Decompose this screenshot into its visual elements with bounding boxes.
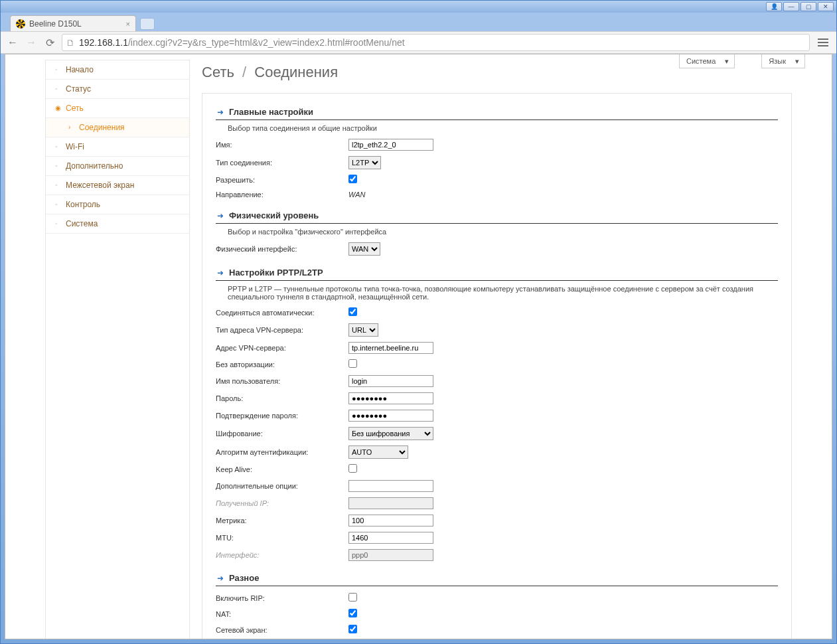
url-path: /index.cgi?v2=y&rs_type=html&v2_view=ind…	[128, 37, 405, 48]
page-viewport[interactable]: Система Язык ◦Начало ◦Статус ◉Сеть ›Соед…	[5, 54, 832, 639]
auth-algorithm-select[interactable]: AUTO	[348, 445, 408, 459]
encryption-select[interactable]: Без шифрования	[348, 427, 433, 440]
field-label: Без авторизации:	[216, 361, 348, 368]
back-button[interactable]: ←	[6, 36, 19, 49]
browser-toolbar: ← → ⟳ 🗋 192.168.1.1/index.cgi?v2=y&rs_ty…	[1, 31, 836, 54]
extra-options-input[interactable]	[348, 480, 433, 492]
bullet-icon: ◦	[55, 144, 60, 149]
field-label: Шифрование:	[216, 430, 348, 438]
physical-interface-select[interactable]: WAN	[348, 242, 380, 256]
sidebar-label: Межсетевой экран	[66, 181, 134, 190]
bullet-icon: ◦	[55, 67, 60, 72]
field-label: Имя:	[216, 141, 348, 149]
sidebar-label: Контроль	[66, 200, 100, 209]
field-label: Сетевой экран:	[216, 626, 348, 634]
field-label: Полученный IP:	[216, 499, 348, 507]
reload-button[interactable]: ⟳	[43, 36, 56, 49]
sidebar-item-home[interactable]: ◦Начало	[46, 60, 189, 80]
breadcrumb-separator: /	[242, 64, 246, 80]
field-label: Адрес VPN-сервера:	[216, 344, 348, 352]
sidebar-label: Сеть	[66, 104, 84, 113]
sidebar-item-firewall[interactable]: ◦Межсетевой экран	[46, 176, 189, 195]
section-description: Выбор типа соединения и общие настройки	[216, 120, 778, 136]
password-input[interactable]	[348, 392, 433, 404]
sidebar-item-connections[interactable]: ›Соединения	[46, 118, 189, 137]
tab-close-icon[interactable]: ×	[126, 20, 130, 28]
section-icon: ➜	[217, 574, 224, 583]
field-label: NAT:	[216, 610, 348, 618]
section-icon: ➜	[217, 211, 224, 220]
vpn-address-input[interactable]	[348, 342, 433, 354]
bullet-icon: ◦	[55, 163, 60, 169]
window-user-icon[interactable]: 👤	[766, 2, 782, 11]
field-label: Подтверждение пароля:	[216, 412, 348, 420]
allow-checkbox[interactable]	[348, 175, 357, 183]
section-label: Главные настройки	[229, 107, 313, 117]
system-dropdown[interactable]: Система	[679, 54, 735, 68]
username-input[interactable]	[348, 375, 433, 387]
autoconnect-checkbox[interactable]	[348, 307, 357, 316]
bullet-icon: ◦	[55, 221, 60, 226]
sidebar-item-wifi[interactable]: ◦Wi-Fi	[46, 137, 189, 157]
breadcrumb-part: Сеть	[202, 64, 234, 80]
url-host: 192.168.1.1	[79, 37, 128, 48]
sidebar-label: Дополнительно	[66, 161, 123, 171]
keepalive-checkbox[interactable]	[348, 464, 357, 473]
address-bar[interactable]: 🗋 192.168.1.1/index.cgi?v2=y&rs_type=htm…	[62, 34, 810, 51]
section-pptp-title: ➜ Настройки PPTP/L2TP	[216, 265, 778, 281]
section-misc-title: ➜ Разное	[216, 570, 778, 586]
content-area: Сеть / Соединения ➜ Главные настройки Вы…	[202, 60, 792, 639]
browser-menu-button[interactable]	[815, 35, 831, 50]
rip-checkbox[interactable]	[348, 593, 357, 602]
section-main-title: ➜ Главные настройки	[216, 104, 778, 120]
page-info-icon[interactable]: 🗋	[66, 38, 75, 48]
new-tab-button[interactable]	[140, 18, 155, 30]
sidebar-item-system[interactable]: ◦Система	[46, 214, 189, 234]
mtu-input[interactable]	[348, 532, 433, 544]
connection-type-select[interactable]: L2TP	[348, 156, 381, 169]
field-label: Имя пользователя:	[216, 377, 348, 385]
window-close-button[interactable]: ✕	[818, 2, 834, 11]
browser-tab[interactable]: Beeline D150L ×	[10, 15, 136, 31]
direction-value: WAN	[348, 191, 365, 199]
field-label: Физический интерфейс:	[216, 245, 348, 253]
field-label: Keep Alive:	[216, 465, 348, 473]
forward-button[interactable]: →	[25, 36, 38, 49]
window-minimize-button[interactable]: —	[783, 2, 799, 11]
bullet-icon: ◦	[55, 183, 60, 188]
language-dropdown[interactable]: Язык	[761, 54, 805, 68]
section-physical-title: ➜ Физический уровень	[216, 208, 778, 224]
interface-display	[348, 549, 433, 561]
field-label: Интерфейс:	[216, 551, 348, 559]
sidebar-label: Wi-Fi	[66, 142, 84, 151]
tab-favicon	[16, 19, 25, 29]
section-label: Настройки PPTP/L2TP	[229, 268, 323, 278]
password-confirm-input[interactable]	[348, 410, 433, 422]
field-label: MTU:	[216, 534, 348, 542]
field-label: Направление:	[216, 191, 348, 199]
sidebar-item-control[interactable]: ◦Контроль	[46, 195, 189, 214]
field-label: Алгоритм аутентификации:	[216, 448, 348, 456]
nat-checkbox[interactable]	[348, 609, 357, 617]
sidebar-item-network[interactable]: ◉Сеть	[46, 99, 189, 118]
breadcrumb-part: Соединения	[254, 64, 338, 80]
section-description: Выбор и настройка "физического" интерфей…	[216, 224, 778, 240]
sidebar-item-advanced[interactable]: ◦Дополнительно	[46, 157, 189, 176]
sidebar-item-status[interactable]: ◦Статус	[46, 80, 189, 99]
sidebar-label: Система	[66, 219, 98, 228]
connection-name-input[interactable]	[348, 139, 433, 151]
top-dropdown-row: Система Язык	[679, 54, 805, 68]
bullet-icon: ◦	[55, 86, 60, 92]
sidebar-label: Статус	[66, 84, 91, 94]
vpn-address-type-select[interactable]: URL	[348, 323, 378, 337]
metric-input[interactable]	[348, 515, 433, 526]
firewall-checkbox[interactable]	[348, 625, 357, 633]
field-label: Разрешить:	[216, 176, 348, 184]
no-auth-checkbox[interactable]	[348, 359, 357, 368]
tab-title: Beeline D150L	[29, 19, 82, 29]
window-maximize-button[interactable]: ▢	[800, 2, 816, 11]
expand-icon: ◉	[55, 106, 60, 111]
field-label: Соединяться автоматически:	[216, 309, 348, 317]
settings-panel: ➜ Главные настройки Выбор типа соединени…	[202, 93, 792, 639]
field-label: Тип соединения:	[216, 159, 348, 167]
